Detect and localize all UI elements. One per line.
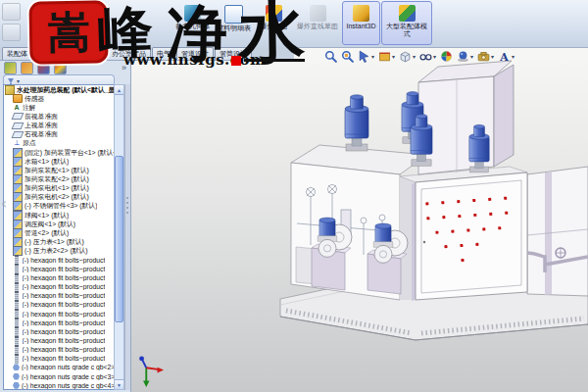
toolbar-button-label: 大型装配体模式 [384,23,429,37]
toolbar-button-label: 爆炸直线草图 [297,23,338,30]
tree-item[interactable]: (-) hexagon fit bolts~product [4,273,114,282]
tree-item-label: (-) hexagon nuts grade c gb<2> [22,364,114,370]
glasses-icon [419,50,432,63]
commandmanager-tab[interactable]: 装配体 [2,47,32,60]
panel-splitter[interactable] [124,84,130,390]
tree-item-label: (-) hexagon fit bolts~product [23,337,106,344]
tree-item-label: (-) 压力表2<2> (默认) [24,246,88,256]
display-style[interactable]: ▾ [419,50,436,63]
commandmanager-tab[interactable]: 电气 [152,47,175,60]
apply-scene[interactable]: ▾ [457,50,473,63]
panel-collapse-arrow[interactable]: ‹ [1,195,7,213]
tree-item[interactable]: (-) hexagon nuts grade c gb<4> [4,381,114,390]
toolbar-button-small-2[interactable] [2,24,21,41]
tree-scrollbar[interactable]: ▲ ▼ [114,84,124,390]
view-orientation[interactable]: ▾ [399,50,416,63]
commandmanager-tab[interactable]: 管筒设计 [215,47,252,60]
tree-item[interactable]: 水处理加药总装配 (默认<默认_显示状 [4,85,114,94]
headsup-view-toolbar: ▾▾▾▾▾▾A▾ [324,50,514,63]
annotations-visibility[interactable]: A▾ [498,50,514,63]
filter-caret-icon: ▾ [17,77,20,84]
tree-item-label: (-) hexagon nuts grade c gb<3> [22,373,114,380]
tree-item[interactable]: 右视基准面 [4,130,114,139]
commandmanager-tab[interactable]: 评估 [82,47,106,60]
zoom-to-fit[interactable] [324,50,337,63]
assembly-icon [5,85,15,95]
large-assembly-mode-button[interactable]: 大型装配体模式 [381,1,432,45]
tree-item[interactable]: (-) hexagon nuts grade c gb<2> [4,363,114,371]
toolbar-button-label: 材料明细表 [217,24,251,32]
reference-geometry-button[interactable]: 参考几何体 [172,1,213,45]
tree-item-label: (-) hexagon fit bolts~product [23,355,106,362]
configurationmanager-tab[interactable] [37,62,50,74]
commandmanager-tab[interactable]: 布局 [33,47,57,60]
tree-item[interactable]: 前视基准面 [4,112,114,121]
command-toolbar: 参考几何体材料明细表爆炸视图爆炸直线草图Instant3D大型装配体模式 [0,0,588,48]
section-view[interactable]: ▾ [378,50,395,63]
tree-item[interactable]: (-) 压力表2<2> (默认) [4,247,114,256]
tree-item[interactable]: (-) hexagon fit bolts~product [4,265,114,273]
displaymanager-tab[interactable] [54,62,67,74]
propertymanager-tab[interactable] [21,62,33,74]
exploded-view-icon [266,5,282,22]
scroll-down-arrow-icon[interactable]: ▼ [115,379,123,389]
bolt-icon [15,354,19,364]
tree-item[interactable]: 传感器 [4,94,114,103]
edit-appearance[interactable] [440,50,453,63]
reference-geometry-icon [184,5,201,22]
tree-item-label: (-) hexagon fit bolts~product [23,266,106,272]
commandmanager-tabs: 装配体布局草图评估办公室产品电气管道设计管筒设计 [0,47,294,60]
exploded-view-button[interactable]: 爆炸视图 [255,1,293,45]
graphics-viewport[interactable]: ▾▾▾▾▾▾A▾ [130,47,588,392]
tree-item[interactable]: (-) hexagon fit bolts~product [4,345,114,354]
featuremanager-panel-tabs: » [0,60,130,74]
tree-item[interactable]: (-) hexagon fit bolts~product [4,327,114,336]
featuremanager-tree-tab[interactable] [4,62,17,74]
solidworks-window: 参考几何体材料明细表爆炸视图爆炸直线草图Instant3D大型装配体模式 装配体… [0,0,588,392]
feature-tree: 水处理加药总装配 (默认<默认_显示状传感器A注解前视基准面上视基准面右视基准面… [3,84,115,390]
commandmanager-tab[interactable]: 办公室产品 [107,47,151,60]
view-settings[interactable]: ▾ [477,50,494,63]
commandmanager-tabstrip: 装配体布局草图评估办公室产品电气管道设计管筒设计 [0,47,294,61]
tree-item[interactable]: (-) hexagon fit bolts~product [4,354,114,363]
explode-line-sketch-icon [310,5,326,22]
magnifier-icon [324,50,337,63]
overflow-chevron-icon[interactable]: » [122,63,126,73]
nut-icon [13,373,20,380]
previous-view[interactable]: ▾ [358,50,374,63]
3d-model[interactable] [130,47,588,392]
tree-item-label: (-) hexagon fit bolts~product [23,292,106,299]
tree-item[interactable]: (-) hexagon fit bolts~product [4,291,114,300]
tree-item[interactable]: (-) hexagon fit bolts~product [4,336,114,345]
toolbar-button-small-1[interactable] [2,3,21,21]
scrollbar-thumb[interactable] [115,156,123,322]
tree-item[interactable]: (-) hexagon fit bolts~product [4,310,114,318]
tree-item[interactable]: (-) hexagon fit bolts~product [4,282,114,291]
tree-item[interactable]: (-) hexagon fit bolts~product [4,318,114,327]
sceneball-icon [457,50,469,63]
instant3d-icon [353,5,369,22]
bill-of-materials-icon [224,5,243,24]
nut-icon [13,382,20,389]
dropdown-caret-icon: ▾ [392,53,395,60]
tree-item[interactable]: A注解 [4,103,114,112]
cube-icon [399,50,412,63]
tree-item[interactable]: (-) hexagon nuts grade c gb<3> [4,372,114,381]
scroll-up-arrow-icon[interactable]: ▲ [115,85,123,95]
tree-item-label: (-) hexagon fit bolts~product [23,301,106,308]
tree-item-label: (-) hexagon fit bolts~product [23,319,106,326]
toolbar-button-label: 爆炸视图 [261,23,288,30]
tree-item[interactable]: 上视基准面 [4,122,114,130]
toolbar-button-label: Instant3D [347,23,376,30]
commandmanager-tab[interactable]: 草图 [58,47,81,60]
bill-of-materials-button[interactable]: 材料明细表 [214,1,254,45]
commandmanager-tab[interactable]: 管道设计 [176,47,214,60]
dropdown-caret-icon: ▾ [433,53,436,60]
tree-item[interactable]: (-) hexagon fit bolts~product [4,300,114,309]
zoom-to-area[interactable] [341,50,354,63]
plane-icon [12,122,24,129]
splitter-grip [126,197,128,214]
instant3d-button[interactable]: Instant3D [342,1,380,45]
tree-item[interactable]: (-) hexagon fit bolts~product [4,256,114,265]
explode-line-sketch-button[interactable]: 爆炸直线草图 [294,1,341,45]
